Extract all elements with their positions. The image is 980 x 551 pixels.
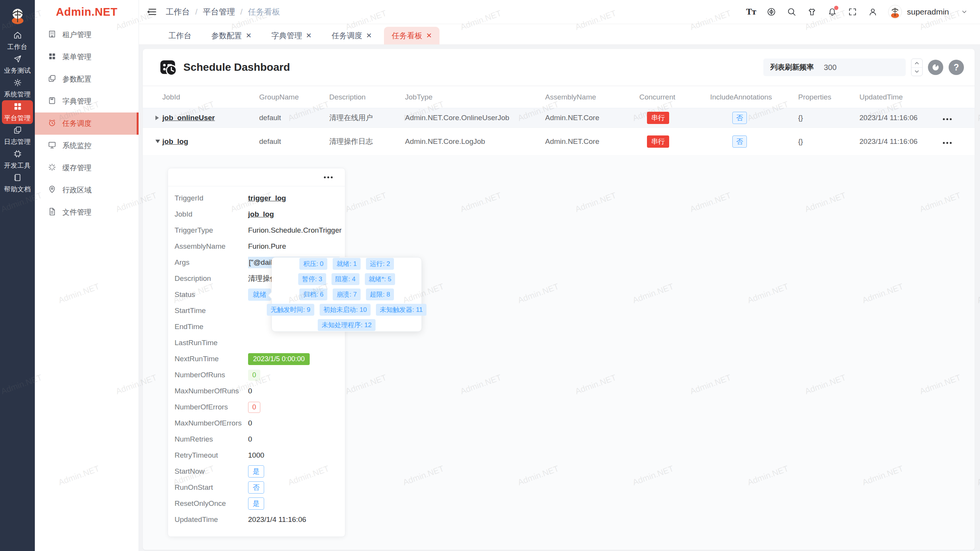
cell-group: default [259, 114, 329, 122]
loading-icon [48, 163, 56, 173]
book-icon [13, 173, 22, 183]
help-button[interactable]: ? [949, 60, 964, 75]
search-icon[interactable] [787, 7, 797, 17]
gear-icon [13, 78, 22, 88]
chevron-down-icon[interactable] [959, 7, 969, 17]
menu-item-admin-region[interactable]: 行政区域 [35, 179, 139, 201]
app-root: 工作台 业务测试 系统管理 平台管理 日志管理 开发工具 帮助文档 Admin.… [0, 0, 980, 551]
row-actions-icon[interactable] [943, 118, 952, 120]
rail-item-system-mgmt[interactable]: 系统管理 [2, 77, 33, 100]
status-badge: 初始未启动: 10 [320, 304, 371, 316]
tab-task-dashboard[interactable]: 任务看板 ✕ [384, 27, 439, 44]
column-header[interactable]: UpdatedTime [859, 93, 943, 101]
job-id-link[interactable]: job_log [248, 210, 274, 218]
job-id-link[interactable]: job_onlineUser [162, 114, 215, 122]
next-run-time-tag: 2023/1/5 0:00:00 [248, 353, 310, 365]
refresh-frequency-label: 列表刷新频率 [770, 62, 814, 72]
menu-item-cache-mgmt[interactable]: 缓存管理 [35, 157, 139, 179]
table-row[interactable]: job_log default 清理操作日志 Admin.NET.Core.Lo… [143, 127, 975, 155]
status-badge: 未知触发器: 11 [376, 304, 426, 316]
rail-item-business-test[interactable]: 业务测试 [2, 53, 33, 77]
rail-item-workbench[interactable]: 工作台 [2, 29, 33, 53]
concurrent-tag: 串行 [647, 112, 669, 124]
column-header[interactable]: IncludeAnnotations [710, 93, 798, 101]
column-header[interactable]: JobId [162, 93, 259, 101]
primary-sidebar: 工作台 业务测试 系统管理 平台管理 日志管理 开发工具 帮助文档 [0, 0, 35, 551]
monitor-icon [48, 141, 56, 151]
cell-job-type: Admin.NET.Core.LogJob [405, 137, 545, 146]
rail-item-dev-tools[interactable]: 开发工具 [2, 148, 33, 171]
tab-dict-mgmt[interactable]: 字典管理 ✕ [264, 27, 319, 44]
schedule-dashboard-card: Schedule Dashboard 列表刷新频率 300 ? [143, 49, 975, 550]
refresh-frequency-input[interactable]: 列表刷新频率 300 [763, 59, 906, 76]
collapse-caret-icon[interactable] [155, 140, 162, 143]
detail-row: JobIdjob_log [175, 206, 345, 222]
tab-param-config[interactable]: 参数配置 ✕ [204, 27, 259, 44]
breadcrumb-separator: / [195, 7, 198, 16]
menu-item-system-monitor[interactable]: 系统监控 [35, 135, 139, 157]
menu-item-param-config[interactable]: 参数配置 [35, 68, 139, 90]
user-icon[interactable] [868, 7, 878, 17]
menu-item-menu-mgmt[interactable]: 菜单管理 [35, 46, 139, 68]
expand-caret-icon[interactable] [155, 116, 162, 120]
sidebar-collapse-icon[interactable] [147, 7, 157, 17]
cell-group: default [259, 137, 329, 146]
column-header[interactable]: Properties [798, 93, 859, 101]
tab-bar: 工作台 参数配置 ✕ 字典管理 ✕ 任务调度 ✕ 任务看板 ✕ [139, 24, 980, 45]
tab-close-icon[interactable]: ✕ [366, 31, 372, 40]
menu-item-label: 系统监控 [62, 141, 91, 151]
breadcrumb-separator: / [240, 7, 243, 16]
tab-workbench[interactable]: 工作台 [161, 27, 199, 44]
tab-close-icon[interactable]: ✕ [306, 31, 312, 40]
column-header[interactable]: Description [329, 93, 405, 101]
column-header[interactable]: JobType [405, 93, 545, 101]
job-id-link[interactable]: job_log [162, 137, 188, 145]
rail-item-platform-mgmt[interactable]: 平台管理 [2, 100, 33, 124]
menu-item-label: 菜单管理 [62, 52, 91, 62]
menu-item-dict-mgmt[interactable]: 字典管理 [35, 90, 139, 112]
trigger-id-link[interactable]: trigger_log [248, 194, 286, 202]
cell-assembly: Admin.NET.Core [545, 114, 639, 122]
status-badge: 阻塞: 4 [332, 273, 359, 285]
tab-label: 任务看板 [392, 31, 422, 41]
table-row[interactable]: job_onlineUser default 清理在线用户 Admin.NET.… [143, 108, 975, 127]
status-tag[interactable]: 就绪 [248, 289, 271, 301]
include-annotations-tag: 否 [732, 112, 747, 124]
tab-close-icon[interactable]: ✕ [246, 31, 252, 40]
username[interactable]: superadmin [907, 7, 949, 16]
rail-item-log-mgmt[interactable]: 日志管理 [2, 124, 33, 148]
page-title: Schedule Dashboard [183, 61, 290, 73]
rail-item-help-docs[interactable]: 帮助文档 [2, 171, 33, 195]
status-badge: 超限: 8 [366, 289, 394, 300]
user-avatar[interactable] [888, 5, 902, 19]
menu-item-file-mgmt[interactable]: 文件管理 [35, 201, 139, 223]
start-now-tag: 是 [248, 465, 264, 478]
stepper-down-icon[interactable] [911, 67, 922, 76]
menu-item-label: 任务调度 [62, 119, 91, 129]
breadcrumb-item[interactable]: 工作台 [166, 7, 190, 17]
tab-task-schedule[interactable]: 任务调度 ✕ [324, 27, 379, 44]
menu-item-tenant[interactable]: 租户管理 [35, 24, 139, 46]
stepper-up-icon[interactable] [911, 59, 922, 67]
grid-icon [13, 102, 22, 112]
menu-item-task-schedule[interactable]: 任务调度 [35, 112, 139, 135]
theme-icon[interactable] [807, 7, 817, 17]
row-actions-icon[interactable] [943, 142, 952, 144]
language-icon[interactable] [766, 7, 776, 17]
alarm-clock-icon [48, 119, 56, 129]
fullscreen-icon[interactable] [848, 7, 858, 17]
home-icon [13, 31, 22, 41]
notification-bell-icon[interactable] [827, 7, 837, 17]
column-header[interactable]: Concurrent [639, 93, 710, 101]
column-header[interactable]: GroupName [259, 93, 329, 101]
detail-row: NumRetries0 [175, 431, 345, 447]
font-size-icon[interactable]: Tт [746, 7, 756, 17]
column-header[interactable]: AssemblyName [545, 93, 639, 101]
breadcrumb-item[interactable]: 平台管理 [203, 7, 235, 17]
tab-close-icon[interactable]: ✕ [426, 31, 432, 40]
panel-actions-icon[interactable] [324, 176, 333, 178]
notebook-icon [48, 96, 56, 107]
timer-button[interactable] [928, 60, 943, 75]
detail-row: StartNow是 [175, 463, 345, 479]
detail-row: RetryTimeout1000 [175, 447, 345, 463]
